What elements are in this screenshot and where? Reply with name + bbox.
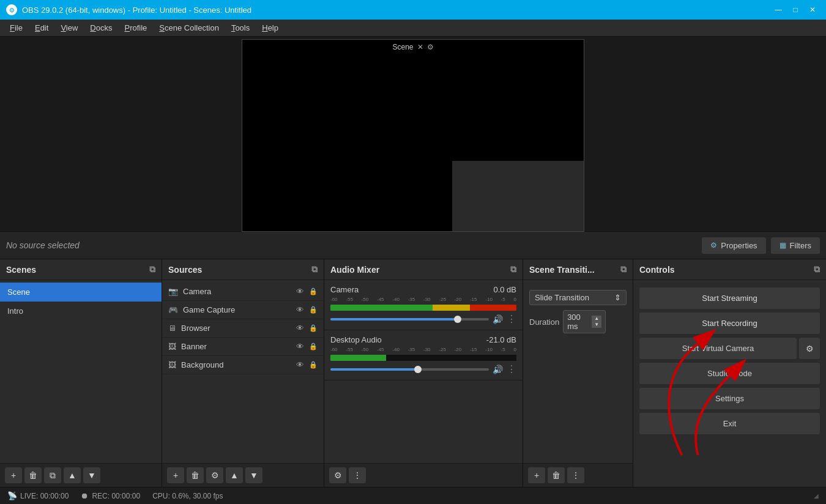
menu-profile[interactable]: Profile (118, 21, 153, 35)
transitions-dock-icon[interactable]: ⧉ (620, 264, 627, 275)
source-lock-camera[interactable]: 🔒 (309, 287, 318, 295)
filter-icon: ▦ (779, 241, 786, 250)
close-button[interactable]: ✕ (805, 4, 820, 16)
audio-header: Audio Mixer ⧉ (324, 259, 523, 280)
title-bar-left: ⊙ OBS 29.0.2 (64-bit, windows) - Profile… (6, 4, 251, 15)
sources-panel: Sources ⧉ 📷 Camera 👁 🔒 🎮 Game Capture 👁 … (162, 259, 324, 487)
properties-button[interactable]: ⚙ Properties (702, 237, 765, 254)
start-recording-button[interactable]: Start Recording (639, 313, 820, 334)
virtual-camera-settings-button[interactable]: ⚙ (799, 338, 820, 359)
audio-camera-db: 0.0 dB (493, 285, 516, 294)
source-item-game-capture[interactable]: 🎮 Game Capture 👁 🔒 (162, 301, 324, 319)
transition-select-label: Slide Transition (535, 293, 589, 302)
filters-button[interactable]: ▦ Filters (771, 237, 820, 254)
audio-camera-mute-button[interactable]: 🔊 (493, 314, 503, 324)
title-bar: ⊙ OBS 29.0.2 (64-bit, windows) - Profile… (0, 0, 826, 20)
audio-channel-camera: Camera 0.0 dB -60-55-50-45-40-35 -30-25-… (324, 280, 523, 330)
menu-scene-collection[interactable]: Scene Collection (153, 21, 225, 35)
audio-menu-button[interactable]: ⋮ (349, 467, 366, 483)
studio-mode-button[interactable]: Studio Mode (639, 363, 820, 384)
source-lock-game[interactable]: 🔒 (309, 306, 318, 314)
controls-title: Controls (639, 265, 675, 275)
source-eye-background[interactable]: 👁 (296, 360, 304, 369)
audio-camera-menu-button[interactable]: ⋮ (507, 313, 516, 325)
maximize-button[interactable]: □ (788, 4, 803, 16)
scene-item-intro[interactable]: Intro (0, 302, 162, 321)
controls-dock-icon[interactable]: ⧉ (814, 264, 820, 275)
transition-select[interactable]: Slide Transition ⇕ (529, 290, 627, 305)
preview-area: Scene ✕ ⚙ (0, 37, 826, 231)
sources-down-button[interactable]: ▼ (245, 467, 262, 483)
exit-button[interactable]: Exit (639, 413, 820, 434)
scene-item-scene[interactable]: Scene (0, 283, 162, 302)
menu-docks[interactable]: Docks (84, 21, 118, 35)
scenes-filter-button[interactable]: ⧉ (44, 467, 61, 483)
transitions-delete-button[interactable]: 🗑 (548, 467, 565, 483)
duration-decrement[interactable]: ▼ (592, 322, 601, 328)
preview-canvas[interactable]: Scene ✕ ⚙ (242, 39, 584, 232)
resize-handle[interactable]: ◢ (814, 492, 819, 499)
preview-settings-icon[interactable]: ⚙ (427, 43, 434, 51)
menu-file[interactable]: File (4, 21, 29, 35)
properties-bar: No source selected ⚙ Properties ▦ Filter… (0, 231, 826, 259)
browser-source-icon: 🖥 (168, 324, 176, 333)
sources-dock-icon[interactable]: ⧉ (311, 264, 318, 275)
audio-dock-icon[interactable]: ⧉ (510, 264, 516, 275)
camera-source-icon: 📷 (168, 287, 178, 296)
menu-help[interactable]: Help (256, 21, 285, 35)
no-source-label: No source selected (6, 240, 697, 250)
transitions-menu-button[interactable]: ⋮ (567, 467, 584, 483)
live-status: 📡 LIVE: 00:00:00 (7, 491, 69, 500)
source-lock-browser[interactable]: 🔒 (309, 324, 318, 332)
scenes-add-button[interactable]: + (5, 467, 22, 483)
audio-channel-desktop-header: Desktop Audio -21.0 dB (330, 335, 516, 344)
source-item-browser[interactable]: 🖥 Browser 👁 🔒 (162, 319, 324, 338)
source-eye-browser[interactable]: 👁 (296, 324, 304, 333)
cpu-label: CPU: 0.6%, 30.00 fps (152, 492, 223, 500)
transitions-add-button[interactable]: + (528, 467, 545, 483)
source-eye-game[interactable]: 👁 (296, 305, 304, 314)
menu-edit[interactable]: Edit (29, 21, 54, 35)
source-eye-camera[interactable]: 👁 (296, 287, 304, 296)
transitions-title: Scene Transiti... (529, 265, 595, 275)
audio-desktop-menu-button[interactable]: ⋮ (507, 363, 516, 375)
scenes-dock-icon[interactable]: ⧉ (149, 264, 155, 275)
scenes-list: Scene Intro (0, 280, 162, 463)
scenes-header: Scenes ⧉ (0, 259, 162, 280)
start-streaming-button[interactable]: Start Streaming (639, 287, 820, 309)
source-lock-background[interactable]: 🔒 (309, 361, 318, 369)
sources-settings-button[interactable]: ⚙ (206, 467, 223, 483)
audio-channel-camera-header: Camera 0.0 dB (330, 285, 516, 294)
sources-up-button[interactable]: ▲ (226, 467, 243, 483)
source-eye-banner[interactable]: 👁 (296, 342, 304, 351)
scenes-up-button[interactable]: ▲ (64, 467, 81, 483)
settings-button[interactable]: Settings (639, 388, 820, 409)
audio-desktop-mute-button[interactable]: 🔊 (493, 365, 503, 374)
sources-header: Sources ⧉ (162, 259, 324, 280)
menu-view[interactable]: View (54, 21, 84, 35)
start-virtual-camera-button[interactable]: Start Virtual Camera (639, 338, 797, 359)
duration-stepper[interactable]: ▲ ▼ (592, 316, 601, 328)
audio-settings-button[interactable]: ⚙ (329, 467, 346, 483)
scenes-down-button[interactable]: ▼ (83, 467, 100, 483)
duration-input[interactable]: 300 ms ▲ ▼ (563, 310, 606, 333)
source-item-camera[interactable]: 📷 Camera 👁 🔒 (162, 283, 324, 301)
transitions-footer: + 🗑 ⋮ (523, 463, 633, 487)
rec-icon: ⏺ (81, 491, 89, 500)
sources-add-button[interactable]: + (167, 467, 184, 483)
menu-tools[interactable]: Tools (225, 21, 256, 35)
duration-increment[interactable]: ▲ (592, 316, 601, 322)
source-item-background[interactable]: 🖼 Background 👁 🔒 (162, 356, 324, 374)
source-item-banner[interactable]: 🖼 Banner 👁 🔒 (162, 338, 324, 356)
source-name-banner: Banner (181, 342, 291, 351)
scenes-delete-button[interactable]: 🗑 (24, 467, 42, 483)
source-lock-banner[interactable]: 🔒 (309, 343, 318, 350)
audio-channels: Camera 0.0 dB -60-55-50-45-40-35 -30-25-… (324, 280, 523, 463)
preview-close-icon[interactable]: ✕ (417, 43, 423, 51)
audio-desktop-volume-slider[interactable] (330, 368, 489, 371)
minimize-button[interactable]: — (771, 4, 786, 16)
sources-delete-button[interactable]: 🗑 (187, 467, 204, 483)
sources-list: 📷 Camera 👁 🔒 🎮 Game Capture 👁 🔒 🖥 Browse… (162, 280, 324, 463)
background-source-icon: 🖼 (168, 360, 176, 369)
audio-camera-volume-slider[interactable] (330, 318, 489, 321)
